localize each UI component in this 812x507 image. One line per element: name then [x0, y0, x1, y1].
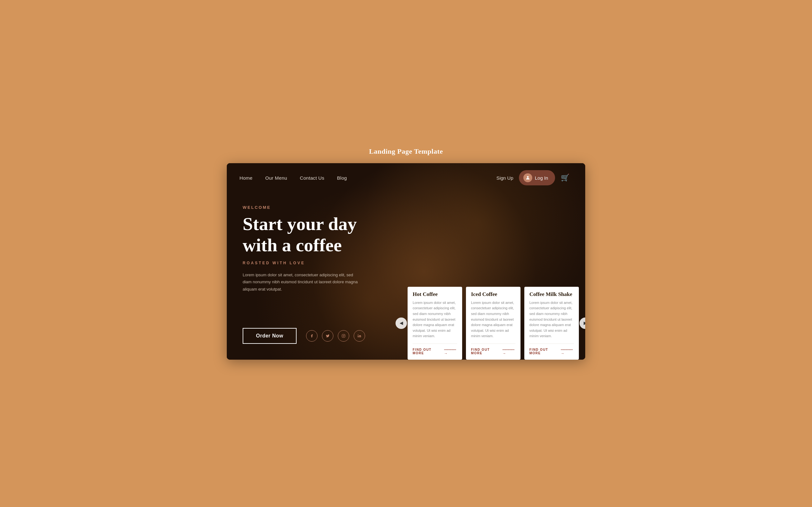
linkedin-icon[interactable] — [354, 330, 365, 342]
nav-blog[interactable]: Blog — [337, 175, 347, 181]
hero-bottom: Order Now — [243, 328, 365, 344]
order-now-button[interactable]: Order Now — [243, 328, 297, 344]
slider-prev-button[interactable]: ◀ — [396, 318, 407, 329]
milkshake-card: Coffee Milk Shake Lorem ipsum dolor sit … — [524, 287, 579, 360]
login-label: Log In — [535, 175, 548, 181]
product-cards-area: ◀ — [401, 188, 585, 360]
login-button[interactable]: Log In — [519, 170, 555, 185]
cards-wrapper: ◀ — [401, 287, 585, 360]
sign-up-link[interactable]: Sign Up — [496, 175, 513, 181]
welcome-label: WELCOME — [243, 205, 376, 210]
hot-coffee-find-more[interactable]: FIND OUT MORE — [413, 343, 457, 355]
social-icons — [306, 330, 365, 342]
svg-point-2 — [343, 335, 344, 337]
instagram-icon[interactable] — [338, 330, 349, 342]
hero-content: WELCOME Start your day with a coffee ROA… — [227, 192, 392, 293]
milkshake-card-body: Coffee Milk Shake Lorem ipsum dolor sit … — [524, 287, 579, 360]
svg-point-0 — [527, 176, 529, 178]
nav-right: Sign Up Log In 🛒 — [496, 170, 569, 185]
nav-our-menu[interactable]: Our Menu — [265, 175, 287, 181]
svg-point-4 — [358, 334, 358, 335]
facebook-icon[interactable] — [306, 330, 317, 342]
iced-coffee-card-body: Iced Coffee Lorem ipsum dolor sit amet, … — [466, 287, 520, 360]
nav-home[interactable]: Home — [240, 175, 252, 181]
iced-coffee-title: Iced Coffee — [471, 291, 515, 297]
twitter-icon[interactable] — [322, 330, 334, 342]
milkshake-arrow — [561, 348, 574, 355]
navbar: Home Our Menu Contact Us Blog Sign Up Lo… — [227, 163, 585, 192]
user-avatar — [523, 173, 532, 182]
nav-contact-us[interactable]: Contact Us — [300, 175, 324, 181]
iced-coffee-card: Iced Coffee Lorem ipsum dolor sit amet, … — [466, 287, 520, 360]
iced-coffee-arrow — [502, 348, 515, 355]
hot-coffee-card-body: Hot Coffee Lorem ipsum dolor sit amet, c… — [408, 287, 462, 360]
milkshake-description: Lorem ipsum dolor sit amet, consectetuer… — [529, 300, 574, 339]
hero-title: Start your day with a coffee — [243, 214, 376, 256]
iced-coffee-description: Lorem ipsum dolor sit amet, consectetuer… — [471, 300, 515, 339]
roasted-label: ROASTED WITH LOVE — [243, 261, 376, 265]
hero-section: Home Our Menu Contact Us Blog Sign Up Lo… — [227, 163, 585, 360]
hot-coffee-title: Hot Coffee — [413, 291, 457, 297]
slider-next-button[interactable]: ▶ — [579, 318, 585, 329]
milkshake-find-more[interactable]: FIND OUT MORE — [529, 343, 574, 355]
svg-rect-1 — [342, 334, 345, 337]
hot-coffee-arrow — [444, 348, 457, 355]
cart-icon[interactable]: 🛒 — [561, 174, 569, 182]
page-outer-title: Landing Page Template — [369, 147, 443, 156]
hot-coffee-card: Hot Coffee Lorem ipsum dolor sit amet, c… — [408, 287, 462, 360]
svg-point-3 — [345, 335, 345, 335]
hot-coffee-description: Lorem ipsum dolor sit amet, consectetuer… — [413, 300, 457, 339]
hero-description: Lorem ipsum dolor sit amet, consectetuer… — [243, 272, 363, 292]
iced-coffee-find-more[interactable]: FIND OUT MORE — [471, 343, 515, 355]
milkshake-title: Coffee Milk Shake — [529, 291, 574, 297]
nav-links: Home Our Menu Contact Us Blog — [240, 175, 496, 181]
landing-page-window: Home Our Menu Contact Us Blog Sign Up Lo… — [227, 163, 585, 360]
